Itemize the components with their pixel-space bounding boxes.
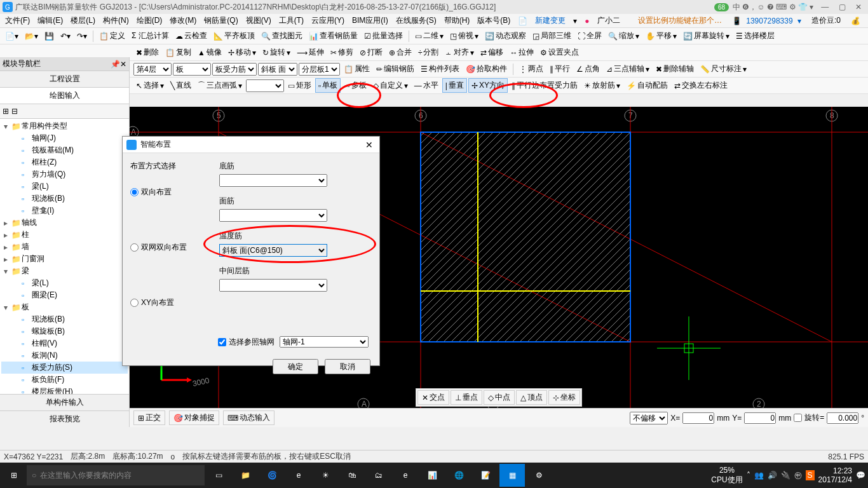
app8-icon[interactable]: ⚙ xyxy=(526,464,552,487)
taskview-icon[interactable]: ▭ xyxy=(206,464,231,487)
ortho-button[interactable]: ⊞ 正交 xyxy=(133,410,165,425)
menu-item[interactable]: 版本号(B) xyxy=(475,14,513,27)
menu-item[interactable]: 楼层(L) xyxy=(68,14,98,27)
ie-icon[interactable]: e xyxy=(393,464,418,487)
tree-item[interactable]: ▫板负筋(F) xyxy=(1,374,128,386)
pan-button[interactable]: ✋ 平移 ▾ xyxy=(643,29,679,43)
tree-item[interactable]: ▫板受力筋(S) xyxy=(1,362,128,374)
app6-icon[interactable]: 📝 xyxy=(473,464,498,487)
radio-xy[interactable]: XY向布置 xyxy=(130,297,213,308)
top-rebar-select[interactable] xyxy=(219,209,327,222)
menu-item[interactable]: 在线服务(S) xyxy=(393,14,439,27)
tree-item[interactable]: ▫柱帽(V) xyxy=(1,337,128,349)
undo-button[interactable]: ↶▾ xyxy=(58,30,73,42)
tree-item[interactable]: ▸📁门窗洞 xyxy=(1,253,128,265)
tray-ime1-icon[interactable]: ㊥ xyxy=(794,470,802,481)
cpu-meter[interactable]: 25%CPU使用 xyxy=(711,466,742,485)
menu-item[interactable]: 云应用(Y) xyxy=(309,14,347,27)
start-button[interactable]: ⊞ xyxy=(3,464,25,487)
menu-item[interactable]: 钢筋量(Q) xyxy=(201,14,240,27)
notif-badge[interactable]: 68 xyxy=(714,3,729,11)
fullscreen-button[interactable]: ⛶ 全屏 xyxy=(575,29,604,43)
tray-up-icon[interactable]: ˄ xyxy=(747,471,750,480)
tray-notif-icon[interactable]: 💬 xyxy=(856,471,865,480)
tree-item[interactable]: ▫轴网(J) xyxy=(1,132,128,144)
snap-intersection[interactable]: ✕ 交点 xyxy=(417,390,449,405)
tree-item[interactable]: ▾📁板 xyxy=(1,301,128,313)
top-view-button[interactable]: ◳ 俯视 ▾ xyxy=(447,29,481,43)
tray-volume-icon[interactable]: 🔊 xyxy=(768,471,777,480)
search-box[interactable]: ○ 在这里输入你要搜索的内容 xyxy=(27,465,205,485)
menu-item[interactable]: 视图(V) xyxy=(243,14,274,27)
tree-item[interactable]: ▫现浇板(B) xyxy=(1,193,128,205)
dynamic-input-button[interactable]: ⌨ 动态输入 xyxy=(223,410,275,425)
cloud-check-button[interactable]: ☁ 云检查 xyxy=(173,29,210,43)
snap-vertex[interactable]: △ 顶点 xyxy=(516,390,547,405)
app7-icon[interactable]: ▦ xyxy=(499,464,525,487)
edge-icon[interactable]: e xyxy=(286,464,311,487)
tree-item[interactable]: ▫筏板基础(M) xyxy=(1,144,128,156)
save-button[interactable]: 💾 xyxy=(42,30,57,42)
menu-item[interactable]: 构件(N) xyxy=(100,14,132,27)
expand-icon[interactable]: ⊞ xyxy=(3,107,9,116)
app3-icon[interactable]: 🗂 xyxy=(366,464,391,487)
menu-item[interactable]: 绘图(D) xyxy=(134,14,165,27)
local-3d-button[interactable]: ◲ 局部三维 xyxy=(530,29,574,43)
bottom-rebar-select[interactable] xyxy=(219,174,327,187)
tree-item[interactable]: ▫板洞(N) xyxy=(1,349,128,362)
tree-item[interactable]: ▫螺旋板(B) xyxy=(1,325,128,337)
menu-item[interactable]: BIM应用(I) xyxy=(349,14,391,27)
menu-item[interactable]: 修改(M) xyxy=(167,14,199,27)
tray-net-icon[interactable]: 🔌 xyxy=(781,471,790,480)
sum-button[interactable]: Σ 汇总计算 xyxy=(129,29,172,43)
app1-icon[interactable]: 🌀 xyxy=(259,464,285,487)
2d-button[interactable]: ▭ 二维 ▾ xyxy=(412,29,446,43)
tree-item[interactable]: ▸📁轴线 xyxy=(1,217,128,229)
collapse-icon[interactable]: ⊟ xyxy=(11,107,18,116)
batch-select-button[interactable]: ☑ 批量选择 xyxy=(362,29,405,43)
folder-icon[interactable]: 📁 xyxy=(233,464,258,487)
tree-item[interactable]: ▫现浇板(B) xyxy=(1,313,128,325)
tree-item[interactable]: ▫框柱(Z) xyxy=(1,156,128,168)
zoom-button[interactable]: 🔍 缩放 ▾ xyxy=(606,29,642,43)
level-top-button[interactable]: 📐 平齐板顶 xyxy=(211,29,257,43)
radio-double-net[interactable]: 双网双向布置 xyxy=(130,242,213,253)
menu-item[interactable]: 编辑(E) xyxy=(35,14,65,27)
ime-indicator[interactable]: 中 ❻，☺ ❼ ⌨ ⚙ 👕 ▾ xyxy=(733,2,813,13)
tree-item[interactable]: ▾📁常用构件类型 xyxy=(1,120,128,132)
redo-button[interactable]: ↷▾ xyxy=(74,30,90,42)
app5-icon[interactable]: 🌐 xyxy=(446,464,471,487)
snap-midpoint[interactable]: ◇ 中点 xyxy=(484,390,515,405)
snap-coord[interactable]: ⊹ 坐标 xyxy=(548,390,580,405)
find-element-button[interactable]: 🔍 查找图元 xyxy=(259,29,305,43)
app4-icon[interactable]: 📊 xyxy=(419,464,445,487)
component-tree[interactable]: ▾📁常用构件类型▫轴网(J)▫筏板基础(M)▫框柱(Z)▫剪力墙(Q)▫梁(L)… xyxy=(0,119,129,394)
define-button[interactable]: 📋 定义 xyxy=(97,29,128,43)
close-button[interactable]: ✕ xyxy=(855,3,862,11)
sidebar-tab-project[interactable]: 工程设置 xyxy=(0,71,129,88)
radio-bidirectional[interactable]: 双向布置 xyxy=(130,187,213,198)
new-button[interactable]: 📄▾ xyxy=(3,30,21,42)
tree-item[interactable]: ▫梁(L) xyxy=(1,180,128,193)
clock[interactable]: 12:232017/12/4 xyxy=(818,466,852,485)
sidebar-tab-draw[interactable]: 绘图输入 xyxy=(0,88,129,104)
tree-item[interactable]: ▾📁梁 xyxy=(1,265,128,277)
account-number[interactable]: 📱 13907298339 ▾ xyxy=(729,15,804,27)
grid-select[interactable]: 轴网-1 xyxy=(280,336,369,348)
tree-item[interactable]: ▫楼层板带(H) xyxy=(1,386,128,394)
ref-grid-checkbox[interactable]: 选择参照轴网 xyxy=(218,337,275,348)
close-sidebar-icon[interactable]: ✕ xyxy=(120,60,126,69)
tree-item[interactable]: ▫壁龛(I) xyxy=(1,205,128,217)
sidebar-tab-single[interactable]: 单构件输入 xyxy=(0,394,129,410)
orbit-button[interactable]: 🔄 动态观察 xyxy=(482,29,529,43)
tree-item[interactable]: ▸📁墙 xyxy=(1,241,128,253)
x-input[interactable] xyxy=(682,412,714,424)
menu-item[interactable]: 文件(F) xyxy=(3,14,32,27)
new-change-button[interactable]: 新建变更 xyxy=(532,14,568,27)
tray-ime2-icon[interactable]: S xyxy=(806,470,815,480)
dialog-close-button[interactable]: ✕ xyxy=(363,140,376,150)
tree-item[interactable]: ▫梁(L) xyxy=(1,277,128,289)
view-rebar-button[interactable]: 📊 查看钢筋量 xyxy=(306,29,360,43)
cancel-button[interactable]: 取消 xyxy=(325,359,370,374)
tree-item[interactable]: ▫圈梁(E) xyxy=(1,289,128,301)
